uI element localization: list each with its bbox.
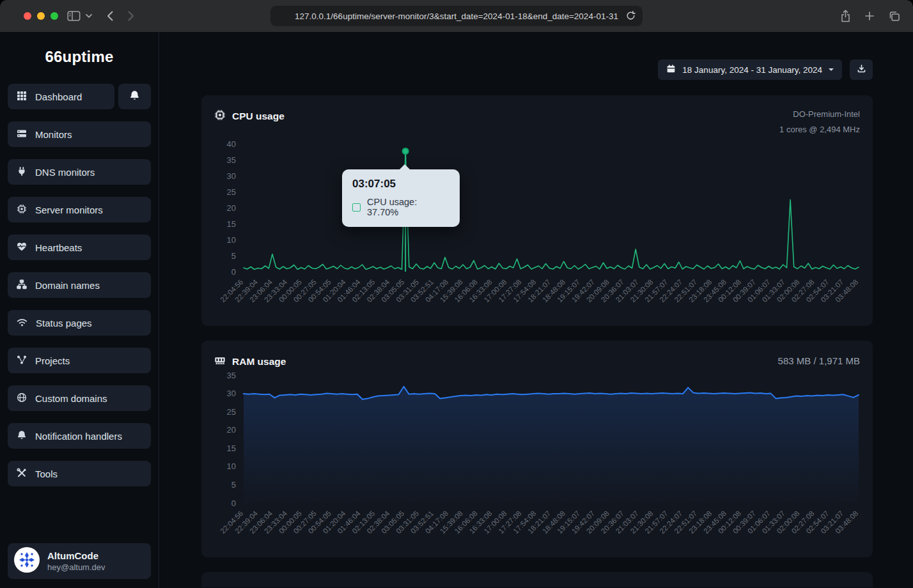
sidebar-item-label: Custom domains — [35, 393, 107, 404]
tab-overview-icon[interactable] — [888, 11, 900, 22]
browser-window: 127.0.0.1/66uptime/server-monitor/3&star… — [0, 0, 913, 588]
sidebar-item-label: Dashboard — [35, 91, 82, 102]
sitemap-icon — [17, 279, 27, 291]
reload-icon[interactable] — [625, 10, 636, 21]
app-logo[interactable]: 66uptime — [0, 48, 159, 66]
globe-icon — [17, 392, 27, 405]
download-icon — [857, 64, 866, 76]
card-title-text: CPU usage — [232, 111, 285, 122]
sidebar-item-label: Status pages — [36, 318, 92, 329]
wifi-icon — [17, 317, 27, 329]
sidebar-item-label: Tools — [35, 468, 58, 479]
sidebar-item-domain-names[interactable]: Domain names — [8, 272, 151, 298]
zoom-window-button[interactable] — [51, 12, 58, 20]
svg-text:10: 10 — [227, 235, 236, 245]
legend-marker — [352, 203, 361, 212]
sidebar-item-label: DNS monitors — [35, 167, 95, 178]
svg-text:0: 0 — [231, 267, 236, 277]
tooltip-time: 03:07:05 — [352, 178, 449, 190]
svg-text:0: 0 — [231, 499, 236, 508]
cpu-icon — [17, 204, 27, 216]
svg-text:40: 40 — [227, 139, 236, 149]
chevron-down-icon[interactable] — [86, 13, 92, 19]
close-window-button[interactable] — [24, 12, 31, 20]
cpu-chart[interactable]: 03:07:05 CPU usage: 37.70% 0510152025303… — [214, 137, 860, 320]
server-spec: 1 cores @ 2,494 MHz — [779, 122, 860, 137]
partial-card — [201, 572, 873, 587]
svg-text:30: 30 — [227, 171, 236, 181]
bell-icon — [17, 430, 27, 442]
sidebar-toggle-icon[interactable] — [67, 10, 81, 22]
svg-text:25: 25 — [227, 187, 236, 197]
svg-text:10: 10 — [227, 461, 236, 471]
sidebar-item-status-pages[interactable]: Status pages — [8, 310, 151, 336]
svg-text:15: 15 — [227, 444, 236, 453]
heartbeat-icon — [17, 242, 27, 254]
sidebar-item-projects[interactable]: Projects — [8, 348, 151, 373]
ram-chart[interactable]: 0510152025303522:04:5622:39:0423:06:0423… — [214, 369, 860, 551]
caret-down-icon — [829, 68, 834, 74]
sidebar-item-tools[interactable]: Tools — [8, 461, 151, 486]
sidebar-item-label: Projects — [35, 355, 70, 366]
cpu-icon — [214, 109, 226, 123]
sidebar-item-label: Server monitors — [35, 205, 103, 215]
sidebar-item-custom-domains[interactable]: Custom domains — [8, 385, 151, 411]
url-bar[interactable]: 127.0.0.1/66uptime/server-monitor/3&star… — [270, 6, 643, 26]
svg-text:30: 30 — [227, 389, 236, 398]
sidebar-item-monitors[interactable]: Monitors — [8, 121, 151, 147]
svg-text:35: 35 — [227, 371, 236, 380]
card-title-text: RAM usage — [232, 356, 286, 368]
sidebar-item-label: Monitors — [35, 129, 72, 140]
main-content: 18 January, 2024 - 31 January, 2024 CPU … — [159, 32, 913, 588]
account-name: AltumCode — [47, 550, 105, 561]
chart-tooltip: 03:07:05 CPU usage: 37.70% — [342, 169, 460, 227]
minimize-window-button[interactable] — [37, 12, 45, 20]
svg-text:20: 20 — [227, 425, 236, 435]
avatar — [14, 547, 40, 575]
svg-text:15: 15 — [227, 219, 236, 229]
share-icon[interactable] — [840, 10, 851, 22]
bell-icon — [129, 90, 140, 104]
cpu-usage-card: CPU usage DO-Premium-Intel 1 cores @ 2,4… — [201, 95, 873, 326]
sidebar-item-heartbeats[interactable]: Heartbeats — [8, 235, 151, 260]
sidebar-item-server-monitors[interactable]: Server monitors — [8, 197, 151, 222]
sidebar-item-dashboard[interactable]: Dashboard — [8, 84, 114, 109]
plug-icon — [17, 166, 27, 178]
sidebar-nav: Dashboard Monitors DNS monitors — [0, 84, 159, 499]
sidebar-item-notification-handlers[interactable]: Notification handlers — [8, 423, 151, 449]
svg-text:5: 5 — [231, 251, 236, 261]
calendar-icon — [666, 64, 676, 75]
sidebar-item-label: Domain names — [35, 280, 100, 291]
date-range-label: 18 January, 2024 - 31 January, 2024 — [682, 65, 822, 75]
diagram-icon — [17, 355, 27, 367]
notifications-button[interactable] — [118, 84, 151, 109]
server-name: DO-Premium-Intel — [779, 107, 860, 122]
download-button[interactable] — [850, 59, 873, 80]
forward-icon[interactable] — [127, 10, 135, 22]
sidebar-item-dns-monitors[interactable]: DNS monitors — [8, 159, 151, 185]
ram-usage-value: 583 MB / 1,971 MB — [778, 355, 860, 366]
server-icon — [17, 128, 27, 141]
ram-usage-card: RAM usage 583 MB / 1,971 MB 051015202530… — [201, 341, 873, 557]
tools-icon — [17, 468, 27, 480]
account-email: hey@altum.dev — [47, 562, 105, 572]
url-text: 127.0.0.1/66uptime/server-monitor/3&star… — [295, 12, 618, 21]
account-card[interactable]: AltumCode hey@altum.dev — [8, 543, 151, 579]
grid-icon — [17, 91, 27, 103]
tooltip-value: CPU usage: 37.70% — [367, 197, 449, 217]
svg-text:20: 20 — [227, 203, 236, 213]
svg-text:25: 25 — [227, 407, 236, 417]
back-icon[interactable] — [106, 10, 114, 22]
date-range-picker[interactable]: 18 January, 2024 - 31 January, 2024 — [658, 59, 842, 80]
memory-icon — [214, 355, 226, 369]
browser-chrome: 127.0.0.1/66uptime/server-monitor/3&star… — [0, 0, 913, 32]
sidebar-item-label: Heartbeats — [35, 242, 82, 253]
new-tab-icon[interactable] — [864, 11, 875, 21]
svg-text:35: 35 — [227, 155, 236, 165]
svg-text:5: 5 — [231, 480, 236, 490]
sidebar-item-label: Notification handlers — [35, 431, 122, 442]
sidebar: 66uptime Dashboard Monitors — [0, 32, 159, 588]
